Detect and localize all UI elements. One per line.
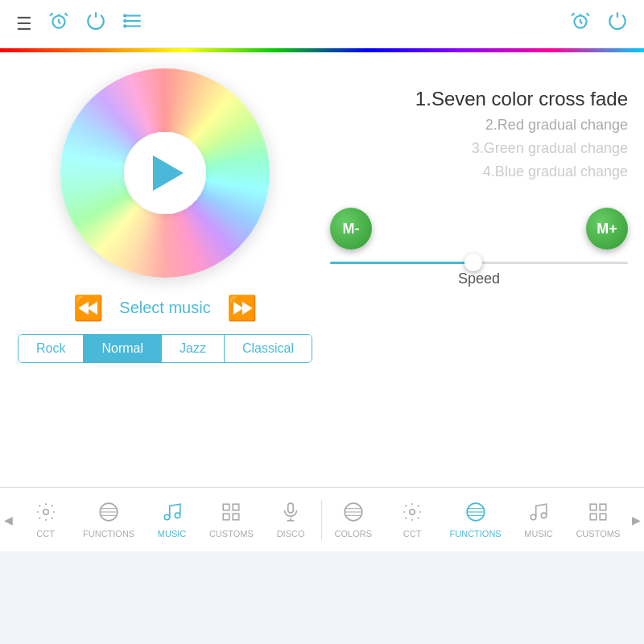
svg-point-6 — [124, 25, 126, 27]
alarm-icon-left[interactable] — [48, 10, 69, 37]
header: ☰ — [0, 0, 644, 48]
nav-arrow-right[interactable]: ▶ — [628, 514, 644, 526]
main-content: ⏪ Select music ⏩ Rock Normal Jazz Classi… — [0, 52, 644, 487]
svg-point-8 — [43, 509, 48, 514]
header-right-icons — [570, 10, 628, 37]
skip-back-button[interactable]: ⏪ — [73, 294, 103, 322]
select-music-label: Select music — [119, 299, 210, 317]
left-panel: ⏪ Select music ⏩ Rock Normal Jazz Classi… — [16, 68, 314, 471]
tabs-scroll: CCT FUNCTIONS MUSIC — [16, 497, 628, 543]
tab-classical[interactable]: Classical — [225, 335, 312, 362]
power-icon-right[interactable] — [607, 10, 628, 37]
cd-disc[interactable] — [60, 68, 270, 278]
effect-item-3[interactable]: 3.Green gradual change — [330, 137, 628, 160]
speed-label: Speed — [458, 270, 500, 287]
music-controls: ⏪ Select music ⏩ — [73, 294, 256, 322]
svg-rect-34 — [600, 504, 606, 510]
music-type-tabs: Rock Normal Jazz Classical — [18, 334, 312, 363]
speed-section: M- M+ Speed — [330, 208, 628, 287]
tab-functions-right[interactable]: FUNCTIONS — [444, 497, 508, 543]
svg-rect-35 — [590, 514, 597, 520]
speed-plus-button[interactable]: M+ — [586, 208, 628, 250]
svg-rect-15 — [224, 504, 230, 510]
svg-point-32 — [541, 513, 547, 518]
bottom-tab-bar: ◀ CCT FUNCTIONS — [0, 487, 644, 551]
tab-customs-right[interactable]: CUSTOMS — [569, 497, 626, 543]
gear-icon-cct-left — [35, 502, 56, 527]
tab-label-music-left: MUSIC — [158, 529, 186, 539]
list-icon[interactable] — [122, 10, 143, 37]
tab-label-cct-right: CCT — [403, 529, 422, 539]
svg-rect-17 — [224, 514, 230, 520]
svg-rect-19 — [288, 503, 294, 513]
tab-customs-left[interactable]: CUSTOMS — [203, 497, 260, 543]
alarm-icon-right[interactable] — [570, 10, 591, 37]
header-left-icons: ☰ — [16, 10, 143, 37]
tab-music-right[interactable]: MUSIC — [510, 497, 567, 543]
striped-circle-icon-functions-left — [98, 502, 119, 527]
tab-jazz[interactable]: Jazz — [162, 335, 225, 362]
tab-label-customs-left: CUSTOMS — [209, 529, 254, 539]
svg-point-4 — [124, 14, 126, 16]
grid-icon-customs-left — [221, 502, 242, 527]
menu-icon[interactable]: ☰ — [16, 14, 32, 35]
skip-forward-button[interactable]: ⏩ — [227, 294, 257, 322]
svg-point-13 — [164, 514, 170, 520]
svg-rect-33 — [590, 504, 597, 510]
microphone-icon-disco — [280, 502, 301, 527]
power-icon-left[interactable] — [85, 10, 106, 37]
speed-minus-button[interactable]: M- — [330, 208, 372, 250]
speed-buttons: M- M+ — [330, 208, 628, 250]
tab-label-cct-left: CCT — [36, 529, 55, 539]
tab-cct-right[interactable]: CCT — [384, 497, 440, 543]
svg-point-5 — [124, 20, 126, 22]
tab-normal[interactable]: Normal — [84, 335, 162, 362]
svg-point-26 — [410, 509, 415, 514]
speed-track — [330, 262, 628, 264]
tab-disco-left[interactable]: DISCO — [262, 497, 319, 543]
tab-label-customs-right: CUSTOMS — [576, 529, 620, 539]
tab-music-left[interactable]: MUSIC — [144, 497, 200, 543]
effect-item-2[interactable]: 2.Red gradual change — [330, 114, 628, 137]
svg-rect-18 — [233, 514, 239, 520]
music-icon-right — [528, 502, 549, 527]
svg-point-31 — [530, 514, 536, 520]
tab-colors-right[interactable]: COLORS — [325, 497, 382, 543]
speed-track-fill — [330, 262, 473, 264]
tab-label-functions-left: FUNCTIONS — [83, 529, 134, 539]
tab-cct-left[interactable]: CCT — [18, 497, 74, 543]
effects-list: 1.Seven color cross fade 2.Red gradual c… — [330, 85, 628, 184]
tab-label-functions-right: FUNCTIONS — [450, 529, 502, 539]
right-panel: 1.Seven color cross fade 2.Red gradual c… — [330, 68, 628, 471]
striped-circle-icon-functions-right — [465, 502, 486, 527]
speed-thumb[interactable] — [464, 254, 482, 271]
speed-slider[interactable] — [330, 262, 628, 264]
tab-label-disco-left: DISCO — [277, 529, 305, 539]
play-icon — [153, 155, 184, 191]
svg-rect-36 — [600, 514, 606, 520]
tab-functions-left[interactable]: FUNCTIONS — [76, 497, 141, 543]
grid-icon-customs-right — [588, 502, 609, 527]
tab-label-music-right: MUSIC — [524, 529, 552, 539]
music-icon-left — [162, 502, 183, 527]
play-button[interactable] — [125, 133, 205, 213]
effect-item-1[interactable]: 1.Seven color cross fade — [330, 85, 628, 114]
effect-item-4[interactable]: 4.Blue gradual change — [330, 160, 628, 184]
striped-circle-icon-colors — [343, 502, 364, 527]
tab-label-colors-right: COLORS — [335, 529, 372, 539]
svg-point-14 — [175, 513, 180, 518]
tab-divider — [321, 500, 322, 540]
tab-rock[interactable]: Rock — [19, 335, 84, 362]
gear-icon-cct-right — [402, 502, 423, 527]
nav-arrow-left[interactable]: ◀ — [0, 514, 16, 526]
svg-rect-16 — [233, 504, 239, 510]
